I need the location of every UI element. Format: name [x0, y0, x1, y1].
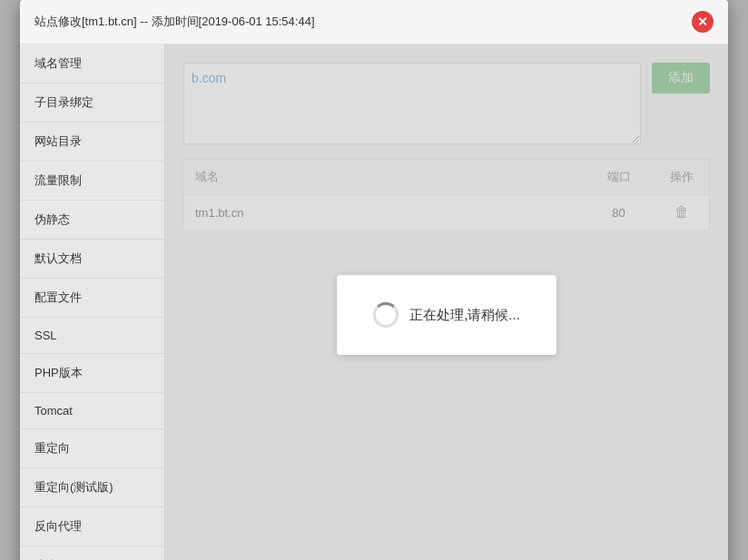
loading-text: 正在处理,请稍候...: [409, 307, 520, 324]
modal-body: 域名管理子目录绑定网站目录流量限制伪静态默认文档配置文件SSLPHP版本Tomc…: [20, 44, 728, 560]
sidebar-item-网站目录[interactable]: 网站目录: [20, 123, 164, 162]
loading-overlay: 正在处理,请稍候...: [165, 44, 728, 560]
sidebar-item-重定向(测试版)[interactable]: 重定向(测试版): [20, 468, 164, 507]
sidebar-item-域名管理[interactable]: 域名管理: [20, 44, 164, 84]
sidebar-item-反向代理[interactable]: 反向代理: [20, 507, 164, 546]
sidebar-item-流量限制[interactable]: 流量限制: [20, 162, 164, 201]
sidebar: 域名管理子目录绑定网站目录流量限制伪静态默认文档配置文件SSLPHP版本Tomc…: [20, 44, 165, 560]
loading-spinner: [373, 302, 399, 328]
sidebar-item-子目录绑定[interactable]: 子目录绑定: [20, 84, 164, 123]
main-content: b.com 添加 域名 端口 操作 tm1.bt.cn80🗑: [165, 44, 728, 560]
close-button[interactable]: ✕: [692, 11, 714, 33]
sidebar-item-PHP版本[interactable]: PHP版本: [20, 354, 164, 393]
close-icon: ✕: [697, 15, 708, 29]
sidebar-item-默认文档[interactable]: 默认文档: [20, 240, 164, 279]
sidebar-item-配置文件[interactable]: 配置文件: [20, 279, 164, 318]
sidebar-item-SSL[interactable]: SSL: [20, 318, 164, 354]
loading-box: 正在处理,请稍候...: [337, 275, 556, 355]
modal-header: 站点修改[tm1.bt.cn] -- 添加时间[2019-06-01 15:54…: [20, 0, 728, 44]
sidebar-item-重定向[interactable]: 重定向: [20, 429, 164, 468]
sidebar-item-伪静态[interactable]: 伪静态: [20, 201, 164, 240]
sidebar-item-Tomcat[interactable]: Tomcat: [20, 393, 164, 429]
sidebar-item-防盗链[interactable]: 防盗链: [20, 546, 164, 560]
modal-title: 站点修改[tm1.bt.cn] -- 添加时间[2019-06-01 15:54…: [34, 14, 315, 30]
modal-container: 站点修改[tm1.bt.cn] -- 添加时间[2019-06-01 15:54…: [20, 0, 728, 560]
